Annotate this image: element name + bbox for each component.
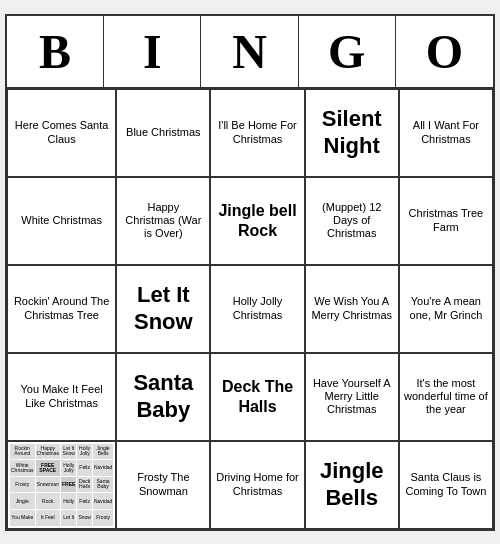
- bingo-cell-9: Christmas Tree Farm: [399, 177, 493, 265]
- bingo-cell-4: All I Want For Christmas: [399, 89, 493, 177]
- bingo-cell-23: Jingle Bells: [305, 441, 399, 529]
- bingo-cell-10: Rockin' Around The Christmas Tree: [7, 265, 116, 353]
- bingo-letter-o: O: [396, 16, 493, 87]
- bingo-cell-8: (Muppet) 12 Days of Christmas: [305, 177, 399, 265]
- bingo-cell-0: Here Comes Santa Claus: [7, 89, 116, 177]
- bingo-cell-12: Holly Jolly Christmas: [210, 265, 304, 353]
- bingo-cell-6: Happy Christmas (War is Over): [116, 177, 210, 265]
- bingo-cell-13: We Wish You A Merry Christmas: [305, 265, 399, 353]
- bingo-cell-7: Jingle bell Rock: [210, 177, 304, 265]
- bingo-letter-n: N: [201, 16, 298, 87]
- bingo-cell-18: Have Yourself A Merry Little Christmas: [305, 353, 399, 441]
- bingo-cell-20: Rockin AroundHappy ChristmasLet It SnowH…: [7, 441, 116, 529]
- bingo-cell-16: Santa Baby: [116, 353, 210, 441]
- bingo-cell-15: You Make It Feel Like Christmas: [7, 353, 116, 441]
- bingo-cell-21: Frosty The Snowman: [116, 441, 210, 529]
- bingo-cell-24: Santa Claus is Coming To Town: [399, 441, 493, 529]
- bingo-grid: Here Comes Santa ClausBlue ChristmasI'll…: [7, 89, 493, 529]
- bingo-cell-2: I'll Be Home For Christmas: [210, 89, 304, 177]
- bingo-header: BINGO: [7, 16, 493, 89]
- bingo-cell-5: White Christmas: [7, 177, 116, 265]
- bingo-cell-14: You're A mean one, Mr Grinch: [399, 265, 493, 353]
- bingo-cell-3: Silent Night: [305, 89, 399, 177]
- bingo-cell-17: Deck The Halls: [210, 353, 304, 441]
- bingo-letter-i: I: [104, 16, 201, 87]
- bingo-cell-19: It's the most wonderful time of the year: [399, 353, 493, 441]
- bingo-letter-b: B: [7, 16, 104, 87]
- bingo-cell-1: Blue Christmas: [116, 89, 210, 177]
- bingo-card: BINGO Here Comes Santa ClausBlue Christm…: [5, 14, 495, 531]
- bingo-cell-11: Let It Snow: [116, 265, 210, 353]
- bingo-letter-g: G: [299, 16, 396, 87]
- bingo-cell-22: Driving Home for Christmas: [210, 441, 304, 529]
